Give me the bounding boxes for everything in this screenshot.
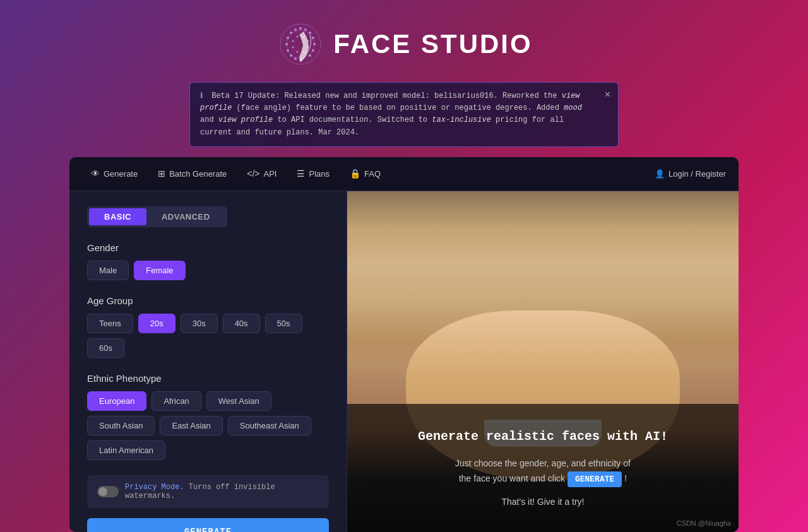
privacy-text: Privacy Mode. Turns off invisible waterm… [125,483,319,500]
overlay-generate-inline: GENERATE [567,471,622,487]
age-group-section: Age Group Teens 20s 30s 40s 50s 60s [87,295,329,358]
privacy-row: Privacy Mode. Turns off invisible waterm… [87,475,329,508]
overlay-description: Just choose the gender, age, and ethnici… [360,456,726,487]
header: FACE STUDIO [0,0,808,82]
svg-point-12 [285,43,288,45]
nav-login-area[interactable]: 👤 Login / Register [655,169,726,179]
svg-point-4 [294,28,297,31]
svg-point-7 [309,32,311,34]
ethnicity-european-button[interactable]: European [87,391,146,411]
logo-icon [275,19,326,69]
ethnicity-label: Ethnic Phenotype [87,373,329,384]
ethnicity-options: European African West Asian South Asian … [87,391,329,460]
overlay-desc-3: ! [624,473,627,483]
main-card: 👁 Generate ⊞ Batch Generate </> API ☰ Pl… [69,157,739,532]
age-teens-button[interactable]: Teens [87,314,133,333]
nav-generate-label: Generate [104,169,138,179]
age-30s-button[interactable]: 30s [181,314,218,333]
overlay-desc-1: Just choose the gender, age, and ethnici… [455,458,631,468]
right-panel: Generate realistic faces with AI! Just c… [347,191,739,532]
age-group-label: Age Group [87,295,329,306]
mode-toggle: BASIC ADVANCED [87,206,227,227]
ethnicity-african-button[interactable]: African [152,391,201,411]
basic-mode-button[interactable]: BASIC [89,208,146,225]
svg-point-6 [304,28,307,31]
list-icon: ☰ [297,168,305,179]
svg-point-23 [297,51,299,53]
ethnicity-section: Ethnic Phenotype European African West A… [87,373,329,460]
ethnicity-south-asian-button[interactable]: South Asian [87,416,155,435]
nav-items: 👁 Generate ⊞ Batch Generate </> API ☰ Pl… [82,165,655,182]
age-60s-button[interactable]: 60s [87,338,124,358]
svg-point-11 [309,54,311,57]
logo-area: FACE STUDIO [275,19,532,69]
nav-batch-generate[interactable]: ⊞ Batch Generate [149,165,235,182]
overlay-title: Generate realistic faces with AI! [360,429,726,444]
svg-point-8 [312,37,314,39]
gender-label: Gender [87,242,329,253]
privacy-toggle[interactable] [97,486,119,497]
notification-banner: ℹ Beta 17 Update: Released new and impro… [189,82,619,147]
age-50s-button[interactable]: 50s [265,314,302,333]
nav-plans-label: Plans [309,169,330,179]
svg-point-18 [297,36,299,38]
svg-point-17 [292,40,294,42]
nav-api-label: API [264,169,277,179]
notification-close-button[interactable]: × [605,89,610,100]
svg-point-13 [287,49,289,52]
login-label: Login / Register [668,169,726,179]
user-icon: 👤 [655,169,665,179]
nav-batch-label: Batch Generate [169,169,227,179]
nav-plans[interactable]: ☰ Plans [288,165,338,182]
navbar: 👁 Generate ⊞ Batch Generate </> API ☰ Pl… [69,157,739,191]
svg-point-9 [313,43,316,45]
nav-faq-label: FAQ [364,169,381,179]
svg-point-15 [294,57,297,60]
age-40s-button[interactable]: 40s [223,314,260,333]
nav-faq[interactable]: 🔒 FAQ [341,165,389,182]
privacy-link[interactable]: Privacy Mode. [125,483,184,492]
ethnicity-southeast-asian-button[interactable]: Southeast Asian [228,416,311,435]
notification-text: Beta 17 Update: Released new and improve… [200,92,582,137]
age-group-options: Teens 20s 30s 40s 50s 60s [87,314,329,358]
svg-point-14 [290,54,292,57]
overlay-footer: That's it! Give it a try! [360,497,726,507]
layers-icon: ⊞ [158,168,165,179]
info-icon: ℹ [200,92,203,100]
left-panel: BASIC ADVANCED Gender Male Female Age Gr… [69,191,347,532]
gender-female-button[interactable]: Female [134,261,185,280]
ethnicity-west-asian-button[interactable]: West Asian [206,391,271,411]
generate-button[interactable]: GENERATE [87,518,329,532]
overlay-desc-2: the face you want and click [459,473,565,483]
ethnicity-east-asian-button[interactable]: East Asian [160,416,222,435]
watermark: CSDN @Niuagha [677,519,731,527]
logo-text: FACE STUDIO [333,29,532,59]
gender-options: Male Female [87,261,329,280]
gender-section: Gender Male Female [87,242,329,280]
overlay-text: Generate realistic faces with AI! Just c… [347,404,739,532]
ethnicity-latin-american-button[interactable]: Latin American [87,440,165,460]
svg-point-3 [290,32,292,34]
gender-male-button[interactable]: Male [87,261,129,280]
content-area: BASIC ADVANCED Gender Male Female Age Gr… [69,191,739,532]
nav-generate[interactable]: 👁 Generate [82,165,146,182]
nav-api[interactable]: </> API [238,165,285,182]
svg-point-24 [292,47,294,49]
age-20s-button[interactable]: 20s [138,314,175,333]
eye-icon: 👁 [91,168,100,179]
code-icon: </> [247,168,259,179]
lock-icon: 🔒 [350,168,360,179]
advanced-mode-button[interactable]: ADVANCED [146,208,225,225]
svg-point-10 [312,49,314,52]
svg-point-2 [287,37,289,39]
svg-point-5 [299,27,302,30]
